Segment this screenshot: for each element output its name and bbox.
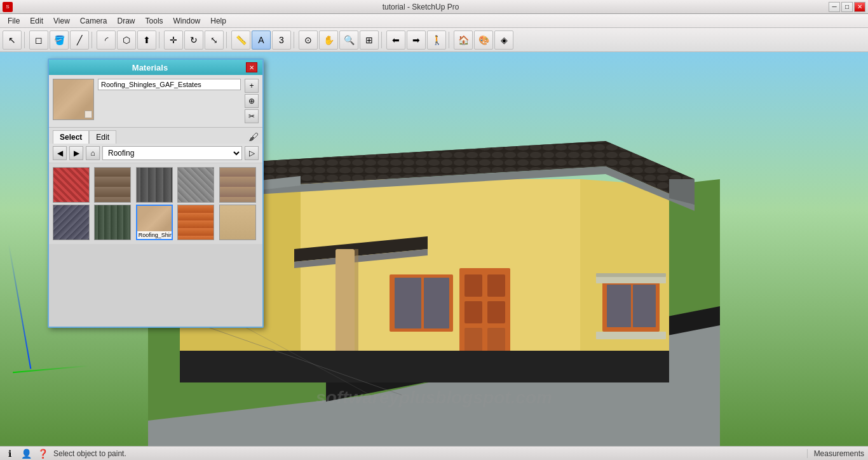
menu-camera[interactable]: Camera: [75, 15, 112, 27]
material-thumbnail[interactable]: Roofing_Dark_Slate: [94, 205, 131, 240]
eraser-tool[interactable]: ◻: [29, 30, 48, 50]
viewport[interactable]: softwareyplusblogspot.com Materials ✕ + …: [0, 52, 868, 446]
menu-file[interactable]: File: [3, 15, 25, 27]
navigation-row: ◀ ▶ ⌂ Roofing Brick and Cladding Colors …: [49, 144, 262, 163]
material-thumbnail[interactable]: Roofing_Shingles_Brown: [94, 167, 131, 203]
pan-tool[interactable]: ✋: [319, 30, 338, 50]
svg-rect-26: [395, 278, 421, 328]
materials-panel-title: Materials: [54, 63, 246, 72]
toolbar: ↖ ◻ 🪣 ╱ ◜ ⬡ ⬆ ✛ ↻ ⤡ 📏 A 3 ⊙ ✋ 🔍 ⊞ ⬅ ➡ 🚶 …: [0, 28, 868, 52]
move-tool[interactable]: ✛: [164, 30, 183, 50]
materials-grid: Roofing_Red Roofing_Shingles_Brown Roofi…: [49, 163, 262, 244]
material-thumbnail[interactable]: Roofing_Red: [53, 167, 90, 203]
nav-back-button[interactable]: ◀: [53, 146, 67, 160]
arc-tool[interactable]: ◜: [97, 30, 116, 50]
menu-view[interactable]: View: [48, 15, 75, 27]
nav-home-button[interactable]: ⌂: [86, 146, 100, 160]
svg-rect-20: [487, 274, 505, 297]
maximize-button[interactable]: □: [841, 2, 853, 12]
materials-panel: Materials ✕ + ⊕ ✂ Select Edit 🖌: [48, 58, 264, 328]
minimize-button[interactable]: ─: [829, 2, 840, 12]
close-button[interactable]: ✕: [854, 2, 865, 12]
profile-icon[interactable]: 👤: [20, 448, 32, 459]
svg-rect-27: [424, 278, 449, 328]
svg-rect-33: [596, 273, 666, 277]
svg-rect-30: [633, 285, 656, 327]
menu-help[interactable]: Help: [205, 15, 231, 27]
create-material-button[interactable]: +: [245, 79, 259, 93]
scale-tool[interactable]: ⤡: [205, 30, 224, 50]
material-thumbnail[interactable]: Roofing_Orange_Tile: [177, 205, 214, 240]
previous-view[interactable]: ⬅: [386, 30, 405, 50]
material-name-field[interactable]: [98, 79, 241, 90]
materials-close-button[interactable]: ✕: [246, 62, 257, 72]
materials-empty-area: [49, 244, 262, 327]
next-view[interactable]: ➡: [407, 30, 426, 50]
material-thumbnail[interactable]: Roofing_Tan: [219, 205, 256, 240]
add-to-model-button[interactable]: ⊕: [245, 94, 259, 108]
material-thumbnail[interactable]: Roofing_Shingles_Gray: [177, 167, 214, 203]
materials-panel-header: Materials ✕: [49, 60, 262, 75]
material-thumbnail[interactable]: Roofing_Shingles_Dark: [136, 167, 173, 203]
menu-window[interactable]: Window: [168, 15, 206, 27]
shapes-tool[interactable]: ⬡: [117, 30, 136, 50]
zoom-tool[interactable]: 🔍: [339, 30, 358, 50]
app-icon: S: [3, 2, 13, 12]
3dtext-tool[interactable]: 3: [272, 30, 291, 50]
category-dropdown[interactable]: Roofing Brick and Cladding Colors Ground…: [102, 146, 242, 160]
paint-tool[interactable]: 🪣: [50, 30, 69, 50]
styles-btn[interactable]: ◈: [494, 30, 513, 50]
rotate-tool[interactable]: ↻: [184, 30, 203, 50]
svg-rect-29: [607, 285, 631, 327]
svg-rect-19: [465, 274, 482, 297]
status-bar: ℹ 👤 ❓ Select object to paint. Measuremen…: [0, 446, 868, 460]
orbit-tool[interactable]: ⊙: [299, 30, 318, 50]
tab-edit[interactable]: Edit: [89, 130, 116, 144]
material-preview-image: [53, 79, 94, 120]
material-thumbnail-selected[interactable]: Roofing_Shingles_GAF_Estates: [136, 205, 173, 240]
menu-tools[interactable]: Tools: [140, 15, 168, 27]
svg-rect-21: [465, 301, 482, 323]
help-icon[interactable]: ❓: [37, 448, 48, 459]
menu-edit[interactable]: Edit: [25, 15, 48, 27]
nav-details-button[interactable]: ▷: [245, 146, 259, 160]
menu-draw[interactable]: Draw: [112, 15, 140, 27]
text-tool[interactable]: A: [252, 30, 271, 50]
select-tool[interactable]: ↖: [3, 30, 22, 50]
material-thumbnail[interactable]: Roofing_Green_Slate: [53, 205, 90, 240]
line-tool[interactable]: ╱: [70, 30, 89, 50]
svg-rect-32: [596, 332, 666, 339]
status-text: Select object to paint.: [53, 449, 126, 458]
info-icon[interactable]: ℹ: [4, 448, 15, 459]
sample-paint-button[interactable]: ✂: [245, 109, 259, 123]
tape-tool[interactable]: 📏: [231, 30, 250, 50]
paint-dropper-icon[interactable]: 🖌: [248, 132, 259, 143]
tabs-row: Select Edit 🖌: [49, 127, 262, 144]
svg-rect-22: [487, 301, 505, 323]
zoom-extents[interactable]: ⊞: [360, 30, 379, 50]
components[interactable]: 🏠: [454, 30, 473, 50]
material-thumbnail[interactable]: Roofing_Brown: [219, 167, 256, 203]
tab-select[interactable]: Select: [53, 130, 89, 144]
measurements-label: Measurements: [807, 449, 864, 458]
material-preview-row: + ⊕ ✂: [49, 75, 262, 127]
menu-bar: File Edit View Camera Draw Tools Window …: [0, 14, 868, 28]
materials-btn[interactable]: 🎨: [474, 30, 493, 50]
window-title: tutorial - SketchUp Pro: [13, 3, 829, 11]
title-bar: S tutorial - SketchUp Pro ─ □ ✕: [0, 0, 868, 14]
nav-forward-button[interactable]: ▶: [69, 146, 83, 160]
walkthrough[interactable]: 🚶: [427, 30, 446, 50]
svg-rect-34: [180, 351, 669, 382]
push-pull-tool[interactable]: ⬆: [137, 30, 156, 50]
